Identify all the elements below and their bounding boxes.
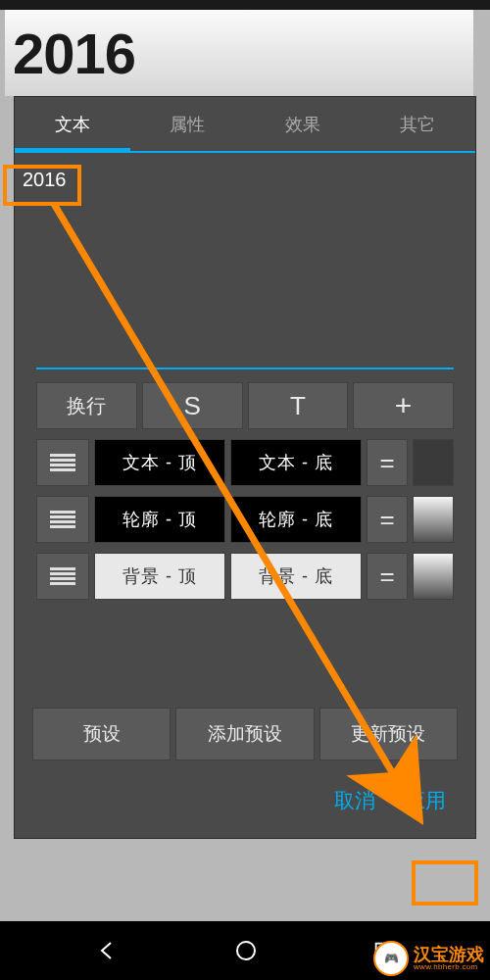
preview-area: 2016 (5, 10, 473, 96)
outline-top-button[interactable]: 轮廓 - 顶 (94, 496, 225, 543)
equals-text[interactable]: = (367, 439, 408, 486)
equals-background[interactable]: = (367, 553, 408, 600)
update-preset-button[interactable]: 更新预设 (319, 708, 458, 760)
align-button-background[interactable] (36, 553, 89, 600)
text-top-button[interactable]: 文本 - 顶 (94, 439, 225, 486)
highlight-apply (412, 860, 478, 906)
cancel-button[interactable]: 取消 (334, 787, 375, 814)
status-bar (0, 0, 490, 10)
preview-text: 2016 (13, 21, 135, 86)
nav-recent-icon[interactable] (372, 940, 394, 961)
preset-button[interactable]: 预设 (32, 708, 171, 760)
bg-top-button[interactable]: 背景 - 顶 (94, 553, 225, 600)
bg-bottom-button[interactable]: 背景 - 底 (230, 553, 362, 600)
add-preset-button[interactable]: 添加预设 (175, 708, 314, 760)
swatch-background[interactable] (413, 553, 454, 600)
tool-row: 换行 S T + (15, 377, 475, 434)
outline-bottom-button[interactable]: 轮廓 - 底 (230, 496, 362, 543)
tab-attributes[interactable]: 属性 (130, 97, 246, 151)
apply-button[interactable]: 应用 (405, 787, 446, 814)
nav-back-icon[interactable] (96, 939, 120, 962)
divider (36, 368, 454, 369)
align-icon (50, 454, 75, 471)
plus-button[interactable]: + (353, 382, 454, 429)
tab-effects[interactable]: 效果 (245, 97, 361, 151)
swatch-text[interactable] (413, 439, 454, 486)
svg-point-1 (237, 942, 255, 959)
align-icon (50, 567, 75, 585)
tab-text[interactable]: 文本 (15, 97, 130, 151)
s-button[interactable]: S (142, 382, 243, 429)
swatch-outline[interactable] (413, 496, 454, 543)
style-row-background: 背景 - 顶 背景 - 底 = (15, 548, 475, 605)
nav-bar (0, 921, 490, 980)
preset-row: 预设 添加预设 更新预设 (15, 703, 475, 765)
tab-other[interactable]: 其它 (361, 97, 476, 151)
text-input[interactable] (23, 167, 81, 193)
t-button[interactable]: T (248, 382, 349, 429)
align-button-text[interactable] (36, 439, 89, 486)
align-icon (50, 511, 75, 528)
tabs: 文本 属性 效果 其它 (15, 97, 475, 153)
svg-rect-2 (375, 944, 390, 958)
equals-outline[interactable]: = (367, 496, 408, 543)
editor-panel: 文本 属性 效果 其它 换行 S T + 文本 - 顶 文本 - 底 = 轮廓 … (14, 96, 476, 839)
style-row-outline: 轮廓 - 顶 轮廓 - 底 = (15, 491, 475, 548)
input-row (15, 153, 475, 193)
text-bottom-button[interactable]: 文本 - 底 (230, 439, 362, 486)
align-button-outline[interactable] (36, 496, 89, 543)
wrap-button[interactable]: 换行 (36, 382, 137, 429)
action-row: 取消 应用 (15, 765, 475, 838)
style-row-text: 文本 - 顶 文本 - 底 = (15, 434, 475, 491)
nav-home-icon[interactable] (234, 939, 258, 962)
